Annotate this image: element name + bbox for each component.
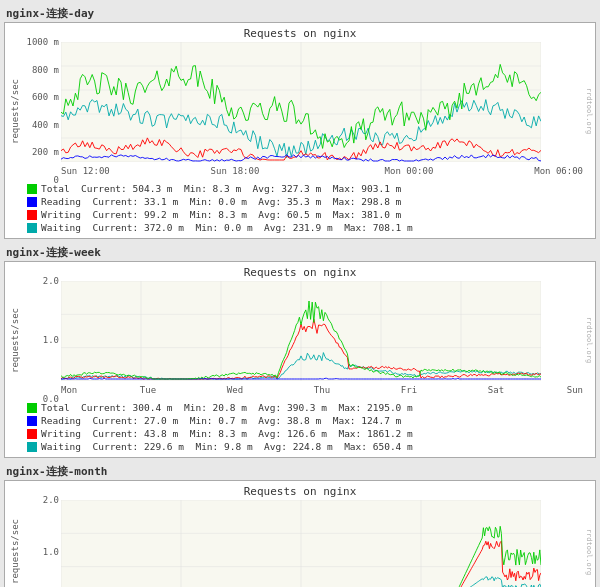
legend-text-writing: Writing Current: 43.8 m Min: 8.3 m Avg: … [41, 428, 413, 439]
y-tick: 0 [54, 175, 59, 185]
y-axis-label-month: requests/sec [9, 500, 23, 587]
x-label: Thu [314, 385, 330, 395]
legend-text-reading: Reading Current: 33.1 m Min: 0.0 m Avg: … [41, 196, 401, 207]
legend-color-total [27, 184, 37, 194]
x-label: Sun [567, 385, 583, 395]
legend-text-waiting: Waiting Current: 229.6 m Min: 9.8 m Avg:… [41, 441, 413, 452]
y-tick: 400 m [32, 120, 59, 130]
rrd-label-week: rrdtool.org [585, 317, 593, 363]
chart-area-month: requests/sec 2.01.00.0 rrdtool.org [9, 500, 591, 587]
legend-color-total [27, 403, 37, 413]
legend-item-waiting: Waiting Current: 229.6 m Min: 9.8 m Avg:… [27, 441, 591, 452]
legend-item-waiting: Waiting Current: 372.0 m Min: 0.0 m Avg:… [27, 222, 591, 233]
chart-wrapper-month [61, 500, 583, 587]
chart-wrapper-week: MonTueWedThuFriSatSun [61, 281, 583, 399]
chart-title-month: Requests on nginx [9, 485, 591, 498]
legend-color-reading [27, 197, 37, 207]
x-label: Mon 00:00 [385, 166, 434, 176]
legend-week: Total Current: 300.4 m Min: 20.8 m Avg: … [9, 401, 591, 453]
legend-text-reading: Reading Current: 27.0 m Min: 0.7 m Avg: … [41, 415, 401, 426]
legend-text-total: Total Current: 300.4 m Min: 20.8 m Avg: … [41, 402, 413, 413]
y-tick: 2.0 [43, 276, 59, 286]
x-label: Tue [140, 385, 156, 395]
y-tick: 0.0 [43, 394, 59, 404]
x-label: Mon 06:00 [534, 166, 583, 176]
x-label: Wed [227, 385, 243, 395]
chart-wrapper-day: Sun 12:00Sun 18:00Mon 00:00Mon 06:00 [61, 42, 583, 180]
panel-title-week: nginx-连接-week [4, 243, 596, 261]
legend-day: Total Current: 504.3 m Min: 8.3 m Avg: 3… [9, 182, 591, 234]
x-label: Fri [401, 385, 417, 395]
panel-month: nginx-连接-month Requests on nginx request… [4, 462, 596, 587]
x-label: Mon [61, 385, 77, 395]
y-tick: 200 m [32, 147, 59, 157]
y-axis-label-day: requests/sec [9, 42, 23, 180]
legend-item-writing: Writing Current: 99.2 m Min: 8.3 m Avg: … [27, 209, 591, 220]
chart-area-week: requests/sec 2.01.00.0 MonTueWedThuFriSa… [9, 281, 591, 399]
chart-container-week: Requests on nginx requests/sec 2.01.00.0… [4, 261, 596, 458]
chart-container-day: Requests on nginx requests/sec 1000 m800… [4, 22, 596, 239]
y-tick: 2.0 [43, 495, 59, 505]
panel-title-month: nginx-连接-month [4, 462, 596, 480]
chart-title-week: Requests on nginx [9, 266, 591, 279]
y-tick: 1.0 [43, 335, 59, 345]
legend-color-writing [27, 429, 37, 439]
chart-container-month: Requests on nginx requests/sec 2.01.00.0… [4, 480, 596, 587]
y-tick: 600 m [32, 92, 59, 102]
legend-item-total: Total Current: 300.4 m Min: 20.8 m Avg: … [27, 402, 591, 413]
legend-text-writing: Writing Current: 99.2 m Min: 8.3 m Avg: … [41, 209, 401, 220]
x-label: Sun 12:00 [61, 166, 110, 176]
x-label: Sat [488, 385, 504, 395]
legend-color-waiting [27, 223, 37, 233]
panel-week: nginx-连接-week Requests on nginx requests… [4, 243, 596, 458]
legend-color-writing [27, 210, 37, 220]
legend-item-writing: Writing Current: 43.8 m Min: 8.3 m Avg: … [27, 428, 591, 439]
panel-title-day: nginx-连接-day [4, 4, 596, 22]
panel-day: nginx-连接-day Requests on nginx requests/… [4, 4, 596, 239]
chart-area-day: requests/sec 1000 m800 m600 m400 m200 m0… [9, 42, 591, 180]
legend-item-total: Total Current: 504.3 m Min: 8.3 m Avg: 3… [27, 183, 591, 194]
y-axis-label-week: requests/sec [9, 281, 23, 399]
legend-color-waiting [27, 442, 37, 452]
y-tick: 800 m [32, 65, 59, 75]
x-label: Sun 18:00 [211, 166, 260, 176]
chart-title-day: Requests on nginx [9, 27, 591, 40]
y-tick: 1.0 [43, 547, 59, 557]
legend-item-reading: Reading Current: 27.0 m Min: 0.7 m Avg: … [27, 415, 591, 426]
rrd-label-day: rrdtool.org [585, 88, 593, 134]
rrd-label-month: rrdtool.org [585, 528, 593, 574]
legend-text-total: Total Current: 504.3 m Min: 8.3 m Avg: 3… [41, 183, 401, 194]
legend-color-reading [27, 416, 37, 426]
legend-item-reading: Reading Current: 33.1 m Min: 0.0 m Avg: … [27, 196, 591, 207]
legend-text-waiting: Waiting Current: 372.0 m Min: 0.0 m Avg:… [41, 222, 413, 233]
y-tick: 1000 m [26, 37, 59, 47]
